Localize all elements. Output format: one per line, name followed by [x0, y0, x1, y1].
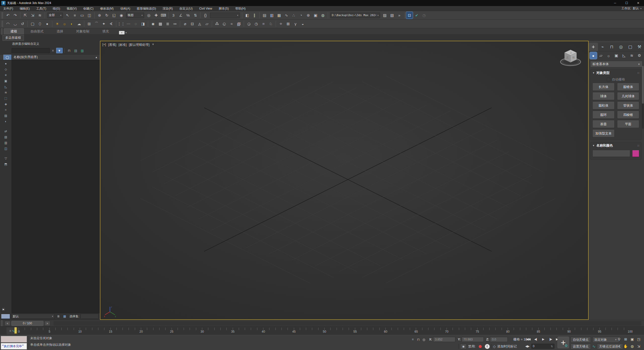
viewcube[interactable]: 上 左 前 [558, 46, 583, 68]
viewport-menu-shading[interactable]: [默认明暗处理] [129, 43, 149, 47]
subcategory-dropdown[interactable]: 标准基本体 ▼ [590, 61, 642, 67]
mirror-icon[interactable]: ◧ [244, 12, 251, 19]
current-layer-dropdown[interactable]: 默认 ▾ [11, 314, 55, 319]
filter-xrefs-icon[interactable]: ◈ [3, 101, 9, 107]
menu-item-13[interactable]: 脚本(S) [215, 6, 232, 11]
set-keys-button[interactable]: + [557, 337, 569, 348]
filter-groups-icon[interactable]: ⬚ [3, 96, 9, 101]
perspective-viewport[interactable]: [+] [透视] [标准] [默认明暗处理] ▼ 上 左 前 x y z [100, 41, 589, 320]
category-cameras[interactable]: ▣ [613, 52, 620, 59]
snap-toggle-3d-icon[interactable]: 3 [170, 12, 177, 19]
toolbar-drag-handle[interactable] [2, 21, 3, 27]
clear-search-icon[interactable]: ✕ [51, 49, 55, 53]
add-time-tag-label[interactable]: 添加时间标记 [497, 344, 517, 349]
select-filter-button[interactable]: ▼ [56, 48, 63, 53]
render-production-icon[interactable]: ◍ [319, 12, 326, 19]
bone-tools-icon[interactable]: ⌗ [260, 20, 267, 27]
maximize-viewport-toggle-icon[interactable]: ⇲ [635, 343, 642, 349]
batch-render-icon[interactable]: ⊠ [285, 20, 292, 27]
display-floater-icon[interactable]: ▩ [157, 20, 164, 27]
render-setup-icon[interactable]: ⊛ [305, 12, 312, 19]
go-to-start-button[interactable]: |◀◀ [524, 336, 532, 342]
array-tool-icon[interactable]: ⋮⋮ [118, 20, 125, 27]
rollout-drag-dots-icon[interactable]: ∷ [637, 144, 639, 147]
minimize-button[interactable]: ─ [609, 0, 621, 6]
polygon-sphere-icon[interactable]: ● [44, 20, 51, 27]
explorer-menu-3[interactable]: 编辑 [24, 42, 30, 46]
tab-utilities[interactable]: ⚒ [635, 43, 644, 51]
zoom-extents-all-icon[interactable]: ◳ [635, 336, 642, 342]
track-bar[interactable]: ≡∿ 0510152025303540455055606570758085909… [0, 326, 644, 335]
object-color-swatch[interactable] [632, 150, 639, 157]
sort-ascending-icon[interactable]: ▲ [93, 55, 100, 60]
previous-key-button[interactable]: < [5, 321, 11, 326]
use-pivot-center-icon[interactable]: ◎ [145, 12, 152, 19]
filter-containers-icon[interactable]: ▤ [3, 113, 9, 118]
display-flat-list-icon[interactable]: ▥ [3, 140, 9, 145]
skin-icon[interactable]: ◷ [253, 20, 260, 27]
workspace-selector[interactable]: 工作区: 默认 ▾ [621, 6, 641, 11]
select-and-place-icon[interactable]: ◉ [118, 12, 125, 19]
render-presets-icon[interactable]: ✧ [277, 20, 284, 27]
pan-view-icon[interactable]: ✋ [622, 343, 629, 349]
category-lights[interactable]: ☼ [605, 52, 612, 59]
angle-snap-icon[interactable]: ∠ [177, 12, 184, 19]
maxscript-mini-listener[interactable]: “执行脚本完毕” [1, 336, 27, 349]
project-folder-dropdown[interactable]: D:\Backup\Doc⋯\3ds Max 2024▾ [330, 13, 380, 18]
listener-output-row[interactable]: “执行脚本完毕” [1, 343, 27, 349]
menu-item-1[interactable]: 文件(F) [0, 6, 16, 11]
advanced-filter-icon[interactable]: ▽ [3, 156, 9, 161]
hair-icon[interactable]: ∰ [235, 20, 242, 27]
protractor-icon[interactable]: ∢ [108, 20, 114, 27]
toggle-ribbon-icon[interactable]: ▦ [276, 12, 283, 19]
channel-info-icon[interactable]: ⊟ [189, 20, 196, 27]
environment-icon[interactable]: ☁ [76, 20, 83, 27]
create-管状体-button[interactable]: 管状体 [617, 102, 639, 109]
polygon-box-icon[interactable]: ▢ [29, 20, 36, 27]
menu-item-10[interactable]: 渲染(R) [159, 6, 176, 11]
display-dependents-icon[interactable]: ▥ [79, 48, 85, 53]
viewport-canvas-icon[interactable]: ▱ [204, 20, 210, 27]
relax-brush-icon[interactable]: ↺ [19, 20, 26, 27]
toolbar-overflow-icon[interactable]: » [396, 12, 403, 19]
scene-states-icon[interactable]: ≔ [172, 20, 178, 27]
spinner-snap-icon[interactable]: ⇅ [192, 12, 199, 19]
grid-helper-icon[interactable]: ⊞ [86, 20, 93, 27]
time-slider-track[interactable] [54, 321, 641, 326]
snapshot-icon[interactable]: ◌ [132, 20, 139, 27]
explorer-menu-2[interactable]: 显示 [18, 42, 24, 46]
play-button[interactable]: ▶ [539, 336, 547, 342]
paint-connect-icon[interactable]: ◠ [5, 20, 11, 27]
selection-set-dropdown[interactable] [80, 314, 99, 319]
scene-object-list[interactable] [12, 60, 100, 313]
tape-helper-icon[interactable]: ⌒ [93, 20, 100, 27]
curve-editor-icon[interactable]: ∿ [283, 12, 290, 19]
polygon-modeling-panel-button[interactable]: 多边形建模 [3, 35, 24, 41]
tab-motion[interactable]: ◎ [616, 43, 626, 51]
create-球体-button[interactable]: 球体 [592, 93, 615, 100]
ribbon-minimize-dropdown[interactable]: ▾ ▾ [119, 31, 127, 34]
explorer-menu-1[interactable]: 选择 [12, 42, 18, 46]
maximize-button[interactable]: ☐ [621, 0, 632, 6]
spacing-tool-icon[interactable]: ⋯ [125, 20, 132, 27]
filter-bones-icon[interactable]: ⌗ [3, 107, 9, 112]
create-平面-button[interactable]: 平面 [617, 120, 639, 128]
category-shapes[interactable]: ▱ [597, 52, 605, 59]
autobackup-save-icon[interactable]: ⊡ [406, 12, 413, 19]
ribbon-tab-自由形式[interactable]: 自由形式 [24, 28, 50, 34]
morpher-icon[interactable]: ◶ [246, 20, 252, 27]
isolate-selection-icon[interactable]: ◙ [150, 20, 156, 27]
filter-materials-icon[interactable]: ◐ [3, 119, 9, 124]
viewport-menu-renderer[interactable]: [标准] [118, 43, 127, 47]
zoom-all-icon[interactable]: ⊞ [622, 336, 629, 342]
create-加强型文本-button[interactable]: 加强型文本 [592, 130, 615, 137]
safe-scene-script-shield-icon[interactable]: ◙ [460, 344, 467, 349]
menu-item-6[interactable]: 创建(C) [80, 6, 97, 11]
object-type-rollout-header[interactable]: ▼ 对象类型 ∷ [590, 70, 641, 76]
toggle-layer-explorer-icon[interactable]: ▥ [268, 12, 275, 19]
redo-icon[interactable]: ↷ [12, 12, 19, 19]
name-column-header[interactable]: 名称(按升序排序) [12, 55, 93, 60]
select-and-rotate-icon[interactable]: ↻ [103, 12, 110, 19]
cat-rig-icon[interactable]: ♘ [267, 20, 274, 27]
percent-snap-icon[interactable]: % [185, 12, 191, 19]
